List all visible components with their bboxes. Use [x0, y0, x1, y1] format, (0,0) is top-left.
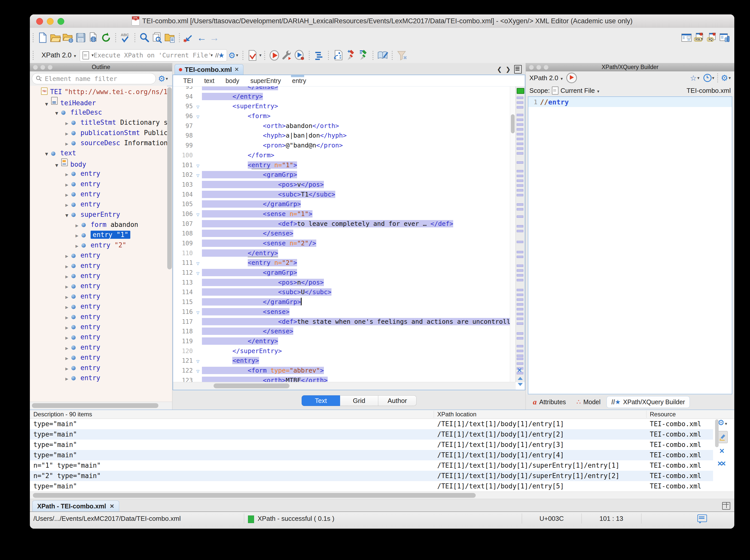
save-as-url-button[interactable]: [87, 32, 100, 44]
chevron-down-icon[interactable]: ▾: [259, 53, 262, 58]
collapse-icon[interactable]: ▼: [52, 160, 61, 171]
outline-node[interactable]: ▶entry: [30, 352, 167, 362]
occurrence-marker[interactable]: [517, 251, 523, 253]
clear-markers-icon[interactable]: ✕: [517, 367, 522, 374]
open-url-button[interactable]: [62, 32, 74, 44]
builder-tab-xpath-xquery-builder[interactable]: //★XPath/XQuery Builder: [607, 396, 690, 408]
code-line[interactable]: 96▽ <form>: [173, 111, 516, 121]
occurrence-marker[interactable]: [517, 362, 523, 365]
occurrence-marker[interactable]: [517, 119, 523, 121]
code-line[interactable]: 113 <pos>n</pos>: [173, 278, 516, 287]
code-line[interactable]: 118 </sense>: [173, 326, 516, 336]
outline-node[interactable]: ▶entry: [30, 189, 167, 199]
fold-icon[interactable]: ▽: [194, 171, 202, 181]
find-replace-button[interactable]: [138, 32, 151, 44]
chevron-down-icon[interactable]: ▾: [211, 53, 213, 58]
result-row[interactable]: type="main"/TEI[1]/text[1]/body[1]/entry…: [30, 429, 713, 440]
xpath-settings-button[interactable]: ⚙▾: [227, 49, 240, 62]
occurrence-marker[interactable]: [517, 274, 523, 277]
expand-icon[interactable]: ▶: [62, 282, 71, 292]
occurrence-marker[interactable]: [517, 216, 523, 218]
editor-tab[interactable]: TEI-combo.xml ✕: [175, 64, 243, 75]
reload-button[interactable]: [100, 32, 112, 44]
view-button-author[interactable]: Author: [378, 395, 416, 406]
scrollbar-thumb[interactable]: [214, 383, 290, 388]
scrollbar-thumb[interactable]: [33, 493, 476, 498]
expand-icon[interactable]: ▶: [62, 353, 71, 363]
outline-node[interactable]: ▶entry: [30, 261, 167, 271]
outline-horizontal-scrollbar[interactable]: [30, 402, 172, 409]
fold-icon[interactable]: ▽: [194, 259, 202, 268]
panel-grid-icon[interactable]: [722, 502, 730, 510]
code-line[interactable]: 111▽ <entry n="2">: [173, 258, 516, 268]
expand-icon[interactable]: ▶: [62, 343, 71, 353]
outline-node[interactable]: TEI"http://www.tei-c.org/ns/1.: [30, 87, 167, 97]
debug-scenario-button[interactable]: [293, 49, 306, 62]
outline-header[interactable]: Outline: [30, 63, 172, 71]
result-row[interactable]: n="1" type="main"/TEI[1]/text[1]/body[1]…: [30, 460, 713, 471]
outline-node[interactable]: ▶entry: [30, 363, 167, 373]
history-clock-icon[interactable]: [704, 74, 712, 82]
outline-node[interactable]: ▶formabandon: [30, 220, 167, 230]
breadcrumb-item-body[interactable]: body: [225, 77, 239, 84]
resource-column-header[interactable]: Resource: [650, 410, 676, 419]
code-line[interactable]: 93 </sense>: [173, 86, 516, 92]
view-button-grid[interactable]: Grid: [340, 395, 378, 406]
code-line[interactable]: 114 <subc>U</subc>: [173, 287, 516, 297]
occurrence-marker[interactable]: [517, 355, 523, 357]
code-line[interactable]: 117 <def>the state when one's feelings a…: [173, 317, 516, 327]
code-line[interactable]: 108 </sense>: [173, 229, 516, 239]
code-line[interactable]: 119 </entry>: [173, 336, 516, 346]
xpath-expression-combo[interactable]: ▾ Execute XPath on 'Current File' ▾ //★: [80, 49, 227, 61]
code-line[interactable]: 109 <sense n="2"/>: [173, 239, 516, 248]
execute-xpath-button[interactable]: [566, 73, 577, 83]
code-line[interactable]: 102▽ <gramGrp>: [173, 170, 516, 180]
occurrence-marker[interactable]: [517, 313, 523, 315]
next-marker-icon[interactable]: [518, 383, 523, 386]
fold-icon[interactable]: ▽: [194, 161, 202, 171]
expand-icon[interactable]: ▶: [62, 333, 71, 343]
fold-icon[interactable]: ▽: [194, 357, 202, 366]
outline-node[interactable]: ▶entry: [30, 271, 167, 281]
outline-node[interactable]: ▶entry"1": [30, 230, 167, 240]
occurrence-marker[interactable]: [517, 184, 523, 187]
expand-icon[interactable]: ▶: [62, 364, 71, 374]
code-line[interactable]: 100 </form>: [173, 151, 516, 160]
code-line[interactable]: 101▽ <entry n="1">: [173, 160, 516, 170]
occurrence-marker[interactable]: [517, 114, 523, 116]
occurrence-marker[interactable]: [517, 308, 523, 311]
code-line[interactable]: 122▽ <form type="abbrev">: [173, 366, 516, 376]
code-line[interactable]: 94 </entry>: [173, 92, 516, 102]
outline-node[interactable]: ▶entry: [30, 301, 167, 312]
occurrence-marker[interactable]: [517, 294, 523, 296]
occurrence-marker[interactable]: [517, 152, 523, 155]
scope-dropdown[interactable]: Current File ▾: [560, 87, 599, 95]
outline-node[interactable]: ▶entry: [30, 199, 167, 209]
review-edit-button[interactable]: [376, 49, 389, 62]
forward-button[interactable]: →: [208, 32, 221, 44]
occurrence-marker[interactable]: [517, 123, 523, 126]
panel-buttons[interactable]: [529, 65, 549, 70]
close-tab-icon[interactable]: ✕: [234, 66, 239, 73]
editor-horizontal-scrollbar[interactable]: [173, 382, 516, 390]
occurrence-marker[interactable]: [517, 332, 523, 335]
fold-icon[interactable]: ▽: [194, 268, 202, 279]
editor-vertical-scrollbar[interactable]: [510, 86, 516, 382]
occurrence-marker[interactable]: [517, 143, 523, 145]
code-line[interactable]: 105 </gramGrp>: [173, 199, 516, 209]
results-settings-button[interactable]: ⚙▾: [717, 419, 727, 426]
collapse-icon[interactable]: ▼: [62, 211, 71, 221]
expand-icon[interactable]: ▶: [62, 313, 71, 323]
find-resource-button[interactable]: [163, 32, 176, 44]
occurrence-marker[interactable]: [517, 180, 523, 182]
breadcrumb-item-TEI[interactable]: TEI: [183, 77, 193, 84]
expand-icon[interactable]: ▶: [62, 323, 71, 333]
builder-settings-button[interactable]: ⚙: [721, 74, 728, 82]
outline-node[interactable]: ▶entry: [30, 322, 167, 332]
outline-node[interactable]: ▶entry"2": [30, 240, 167, 250]
new-document-button[interactable]: [36, 32, 49, 44]
expand-icon[interactable]: ▶: [62, 272, 71, 282]
occurrence-marker[interactable]: [517, 106, 523, 108]
expand-icon[interactable]: ▶: [62, 190, 71, 200]
fold-icon[interactable]: ▽: [194, 308, 202, 318]
